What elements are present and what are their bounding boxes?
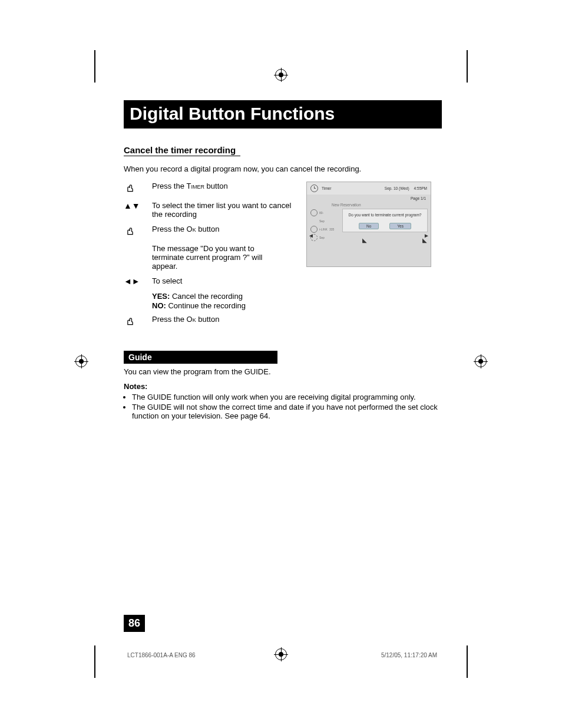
- footer-doc-id: LCT1866-001A-A ENG 86: [127, 652, 196, 658]
- dialog-no-button: No: [359, 223, 379, 229]
- clock-icon: [310, 185, 318, 192]
- registration-mark-icon: [475, 355, 487, 367]
- step-text: Press the Ok button: [152, 225, 293, 233]
- guide-intro: You can view the program from the GUIDE.: [124, 367, 442, 376]
- crop-mark: [94, 645, 95, 678]
- section-heading-guide: Guide: [124, 351, 277, 364]
- press-hand-icon: [124, 225, 152, 238]
- step-text: To select the timer list you want to can…: [152, 201, 293, 219]
- left-arrow-icon: ◄: [308, 232, 314, 239]
- timer-list-rows: 80- Sep i-LINK335 Sep: [310, 209, 339, 242]
- step-note: The message "Do you want to terminate cu…: [152, 244, 287, 271]
- registration-mark-icon: [275, 648, 287, 660]
- dialog-question: Do you want to terminate current program…: [345, 213, 425, 217]
- tv-screen-mock: Timer Sep. 10 (Wed) 4:55PM Page 1/1 New …: [306, 182, 431, 267]
- press-hand-icon: [124, 315, 152, 328]
- section-heading-cancel: Cancel the timer recording: [124, 145, 240, 156]
- page-number: 86: [124, 615, 145, 632]
- crop-mark: [467, 50, 468, 83]
- new-reservation-label: New Reservation: [332, 203, 361, 207]
- registration-mark-icon: [275, 69, 287, 81]
- crop-mark: [94, 50, 95, 83]
- pointer-icon: ◣: [422, 237, 427, 243]
- footer-timestamp: 5/12/05, 11:17:20 AM: [381, 652, 437, 658]
- screen-title: Timer: [322, 186, 331, 190]
- screen-date: Sep. 10 (Wed): [385, 186, 409, 190]
- timer-row-icon: [310, 209, 318, 216]
- confirm-dialog: Do you want to terminate current program…: [342, 209, 428, 232]
- screen-time: 4:55PM: [414, 186, 427, 190]
- step-text: To select: [152, 276, 293, 285]
- step-text: Press the Ok button: [152, 315, 293, 324]
- step-text: Press the Timer button: [152, 182, 293, 190]
- screen-page-indicator: Page 1/1: [307, 195, 431, 202]
- left-right-arrows-icon: ◄►: [124, 276, 152, 286]
- page-title: Digital Button Functions: [124, 100, 442, 129]
- press-hand-icon: [124, 182, 152, 195]
- registration-mark-icon: [75, 355, 87, 367]
- notes-list: The GUIDE function will only work when y…: [132, 393, 442, 420]
- note-item: The GUIDE will not show the correct time…: [132, 403, 442, 420]
- no-option: NO: Continue the recording: [152, 301, 442, 310]
- yes-option: YES: Cancel the recording: [152, 292, 442, 301]
- note-item: The GUIDE function will only work when y…: [132, 393, 442, 401]
- up-down-arrows-icon: ▲▼: [124, 201, 152, 210]
- section-intro: When you record a digital program now, y…: [124, 164, 442, 173]
- dialog-yes-button: Yes: [389, 223, 411, 229]
- notes-label: Notes:: [124, 382, 442, 391]
- pointer-icon: ◣: [362, 237, 367, 243]
- crop-mark: [467, 645, 468, 678]
